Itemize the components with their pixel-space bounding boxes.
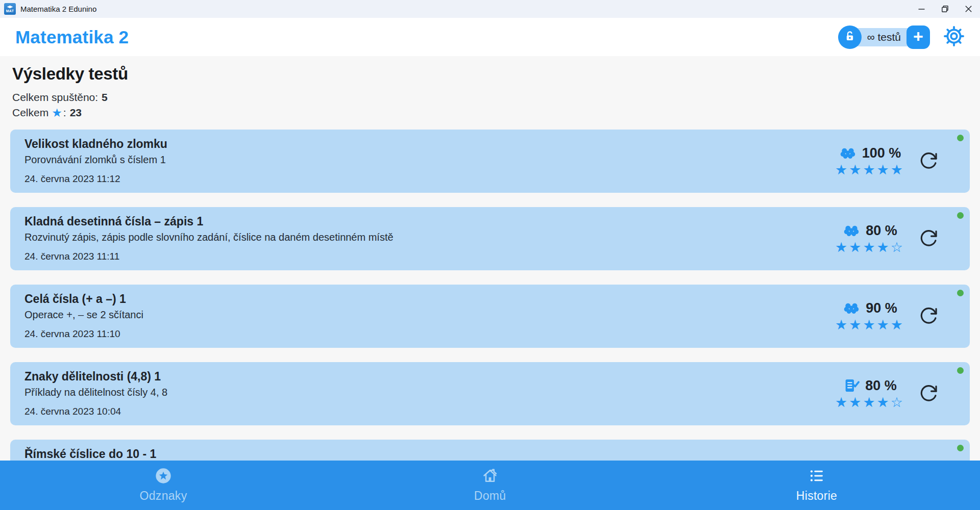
list-icon (808, 468, 825, 484)
add-test-button[interactable]: + (906, 26, 930, 49)
test-date: 24. června 2023 10:04 (24, 406, 167, 417)
restore-button[interactable] (933, 0, 957, 18)
score-block: 80 % ★★★★☆ (835, 223, 904, 255)
test-title: Kladná desetinná čísla – zápis 1 (24, 215, 394, 228)
window-title: Matematika 2 Edunino (20, 5, 96, 13)
stat-stars-colon: : (63, 105, 66, 120)
test-result-card[interactable]: Velikost kladného zlomku Porovnávání zlo… (10, 130, 970, 193)
stat-stars-label: Celkem (12, 105, 48, 120)
test-title: Římské číslice do 10 - 1 (24, 447, 156, 461)
main-content: Výsledky testů Celkem spuštěno: 5 Celkem… (0, 56, 980, 503)
status-dot (957, 445, 964, 451)
app-header: Matematika 2 ∞ testů + (0, 18, 980, 56)
test-score-area: 90 % ★★★★★ (835, 292, 955, 340)
star-icon: ★ (52, 105, 62, 120)
test-date: 24. června 2023 11:12 (24, 173, 167, 185)
home-icon (482, 468, 498, 484)
lock-button[interactable] (838, 26, 862, 49)
test-title: Znaky dělitelnosti (4,8) 1 (24, 370, 167, 384)
test-list: Velikost kladného zlomku Porovnávání zlo… (10, 130, 970, 503)
score-percent: 100 % (862, 145, 901, 161)
app-title: Matematika 2 (15, 27, 129, 47)
test-info: Znaky dělitelnosti (4,8) 1 Příklady na d… (24, 370, 167, 418)
brain-icon (842, 300, 861, 316)
star-rating: ★★★★★ (835, 162, 904, 177)
refresh-icon (919, 228, 938, 249)
bottom-nav: Odznaky Domů Historie (0, 461, 980, 510)
test-info: Kladná desetinná čísla – zápis 1 Rozvinu… (24, 215, 394, 263)
brain-icon (839, 145, 857, 161)
stat-started-label: Celkem spuštěno: (12, 90, 98, 105)
star-rating: ★★★★★ (835, 317, 904, 333)
test-subtitle: Porovnávání zlomků s číslem 1 (24, 154, 167, 166)
test-info: Velikost kladného zlomku Porovnávání zlo… (24, 137, 167, 185)
badge-star-icon (155, 468, 172, 484)
test-title: Velikost kladného zlomku (24, 137, 167, 151)
test-date: 24. června 2023 11:10 (24, 328, 143, 340)
refresh-icon (919, 384, 938, 404)
retry-test-button[interactable] (919, 384, 938, 404)
nav-label-home: Domů (474, 489, 506, 503)
stat-total-started: Celkem spuštěno: 5 (12, 90, 970, 105)
score-percent: 80 % (865, 378, 897, 394)
nav-label-badges: Odznaky (140, 489, 187, 503)
test-result-card[interactable]: Kladná desetinná čísla – zápis 1 Rozvinu… (10, 207, 970, 270)
stat-started-value: 5 (102, 90, 108, 105)
header-actions: ∞ testů + (838, 26, 965, 49)
test-check-icon (843, 377, 860, 394)
gear-icon (943, 26, 965, 48)
os-titlebar[interactable]: MAT Matematika 2 Edunino (0, 0, 980, 18)
test-info: Celá čísla (+ a –) 1 Operace +, – se 2 s… (24, 292, 143, 340)
star-rating: ★★★★☆ (835, 240, 904, 255)
test-result-card[interactable]: Celá čísla (+ a –) 1 Operace +, – se 2 s… (10, 285, 970, 348)
test-score-area: 80 % ★★★★☆ (835, 370, 955, 418)
close-button[interactable] (957, 0, 980, 18)
stat-total-stars: Celkem ★ : 23 (12, 105, 970, 120)
status-dot (957, 135, 964, 141)
summary-stats: Celkem spuštěno: 5 Celkem ★ : 23 (10, 90, 970, 120)
score-percent: 90 % (866, 300, 897, 316)
test-score-area: 80 % ★★★★☆ (835, 215, 955, 263)
unlock-icon (843, 30, 856, 44)
app-icon-label: MAT (6, 9, 14, 13)
star-rating: ★★★★☆ (835, 395, 904, 410)
status-dot (957, 367, 964, 374)
test-date: 24. června 2023 11:11 (24, 251, 394, 262)
page-title: Výsledky testů (10, 64, 970, 84)
nav-label-history: Historie (796, 489, 837, 503)
nav-item-history[interactable]: Historie (653, 461, 980, 510)
test-result-card[interactable]: Znaky dělitelnosti (4,8) 1 Příklady na d… (10, 362, 970, 425)
settings-button[interactable] (943, 26, 965, 48)
refresh-icon (919, 306, 938, 327)
test-subtitle: Operace +, – se 2 sčítanci (24, 309, 143, 321)
test-score-area: 100 % ★★★★★ (835, 137, 955, 185)
minimize-button[interactable] (910, 0, 933, 18)
nav-item-badges[interactable]: Odznaky (0, 461, 327, 510)
test-subtitle: Rozvinutý zápis, zápis podle slovního za… (24, 232, 394, 243)
nav-item-home[interactable]: Domů (327, 461, 653, 510)
brain-icon (842, 223, 861, 238)
license-group: ∞ testů + (838, 26, 930, 49)
stat-stars-value: 23 (70, 105, 82, 120)
status-dot (957, 212, 964, 219)
test-subtitle: Příklady na dělitelnost čísly 4, 8 (24, 387, 167, 398)
retry-test-button[interactable] (919, 228, 938, 249)
score-percent: 80 % (866, 223, 897, 239)
refresh-icon (919, 151, 938, 172)
score-block: 100 % ★★★★★ (835, 145, 904, 177)
retry-test-button[interactable] (919, 151, 938, 172)
score-block: 90 % ★★★★★ (835, 300, 904, 333)
app-icon: MAT (4, 3, 16, 15)
app-window: MAT Matematika 2 Edunino Matematika 2 ∞ … (0, 0, 980, 510)
test-title: Celá čísla (+ a –) 1 (24, 292, 143, 306)
status-dot (957, 290, 964, 296)
score-block: 80 % ★★★★☆ (835, 377, 904, 410)
retry-test-button[interactable] (919, 306, 938, 327)
